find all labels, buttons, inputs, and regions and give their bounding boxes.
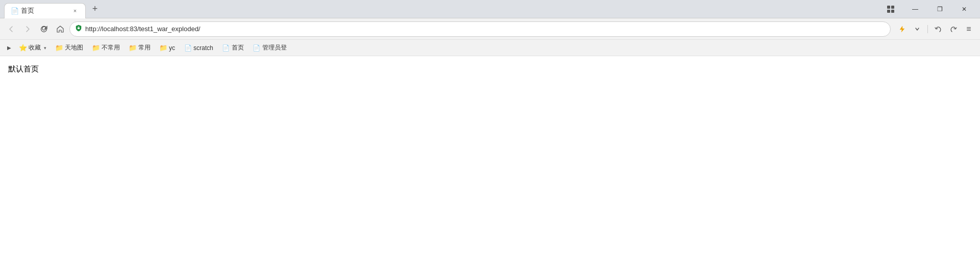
- back-button[interactable]: [4, 22, 18, 36]
- redo-button[interactable]: [946, 22, 961, 36]
- bookmark-label: scratch: [193, 44, 213, 52]
- svg-rect-0: [887, 6, 890, 9]
- bookmarks-bar: ▶ ⭐ 收藏 ▾ 📁 天地图 📁 不常用 📁 常用 📁 yc 📄 scratch: [0, 40, 980, 56]
- browser-frame: 📄 首页 × + — ❐ ✕: [0, 0, 980, 265]
- bookmark-item-scratch[interactable]: 📄 scratch: [180, 43, 217, 53]
- tab-bar: 📄 首页 × + — ❐ ✕: [0, 0, 980, 18]
- forward-button[interactable]: [20, 22, 35, 36]
- tab-title: 首页: [21, 6, 68, 15]
- bookmark-label: 管理员登: [262, 43, 287, 52]
- folder-icon: ⭐: [19, 44, 27, 52]
- refresh-button[interactable]: [37, 22, 51, 36]
- page-icon: 📄: [253, 44, 260, 52]
- window-controls: — ❐ ✕: [879, 2, 980, 17]
- bookmarks-expand-button[interactable]: ▶: [4, 43, 14, 53]
- chevron-down-icon: ▾: [44, 45, 46, 51]
- nav-right-controls: ≡: [895, 22, 976, 36]
- refresh-icon: [40, 25, 48, 33]
- home-icon: [56, 25, 64, 33]
- chevron-down-icon: [915, 27, 920, 32]
- forward-icon: [23, 25, 32, 33]
- separator: [927, 25, 928, 33]
- bookmark-label: 收藏: [29, 43, 41, 52]
- folder-icon: 📁: [129, 44, 136, 52]
- tab-favicon-icon: 📄: [11, 7, 18, 14]
- bookmark-label: yc: [169, 44, 175, 52]
- back-icon: [7, 25, 15, 33]
- bookmark-item-uncommon[interactable]: 📁 不常用: [88, 42, 124, 54]
- home-button[interactable]: [53, 22, 67, 36]
- svg-rect-3: [891, 10, 894, 13]
- bookmark-label: 首页: [232, 43, 244, 52]
- bookmark-item-homepage[interactable]: 📄 首页: [218, 42, 248, 54]
- security-icon: [75, 25, 82, 33]
- extensions-button[interactable]: [879, 2, 902, 17]
- bookmark-item-common[interactable]: 📁 常用: [125, 42, 155, 54]
- svg-rect-2: [887, 10, 890, 13]
- redo-icon: [950, 26, 957, 33]
- extensions-icon: [887, 5, 895, 13]
- svg-rect-1: [891, 6, 894, 9]
- page-content: 默认首页: [0, 56, 980, 265]
- address-bar[interactable]: [69, 21, 891, 37]
- extension-lightning-button[interactable]: [895, 22, 909, 36]
- tab-close-button[interactable]: ×: [71, 7, 79, 15]
- navigation-bar: ≡: [0, 18, 980, 40]
- address-input[interactable]: [85, 25, 885, 33]
- restore-button[interactable]: ❐: [928, 2, 951, 17]
- folder-icon: 📁: [92, 44, 100, 52]
- bookmark-label: 不常用: [102, 43, 120, 52]
- undo-icon: [935, 26, 942, 33]
- undo-button[interactable]: [931, 22, 945, 36]
- bookmark-label: 常用: [138, 43, 151, 52]
- bookmark-item-yc[interactable]: 📁 yc: [156, 43, 179, 53]
- close-button[interactable]: ✕: [952, 2, 976, 17]
- chevron-down-button[interactable]: [910, 22, 924, 36]
- browser-tab-active[interactable]: 📄 首页 ×: [4, 3, 86, 18]
- page-icon: 📄: [184, 44, 191, 52]
- bookmark-item-admin[interactable]: 📄 管理员登: [249, 42, 291, 54]
- bookmark-item-tianditu[interactable]: 📁 天地图: [52, 42, 87, 54]
- new-tab-button[interactable]: +: [88, 2, 102, 16]
- bookmark-item-favorites[interactable]: ⭐ 收藏 ▾: [15, 42, 51, 54]
- bookmark-label: 天地图: [65, 43, 83, 52]
- lightning-icon: [898, 26, 905, 33]
- folder-icon: 📁: [56, 44, 63, 52]
- shield-lock-icon: [75, 25, 82, 32]
- folder-icon: 📁: [160, 44, 167, 52]
- menu-button[interactable]: ≡: [962, 22, 976, 36]
- page-icon: 📄: [223, 44, 230, 52]
- page-heading: 默认首页: [8, 64, 972, 74]
- minimize-button[interactable]: —: [903, 2, 927, 17]
